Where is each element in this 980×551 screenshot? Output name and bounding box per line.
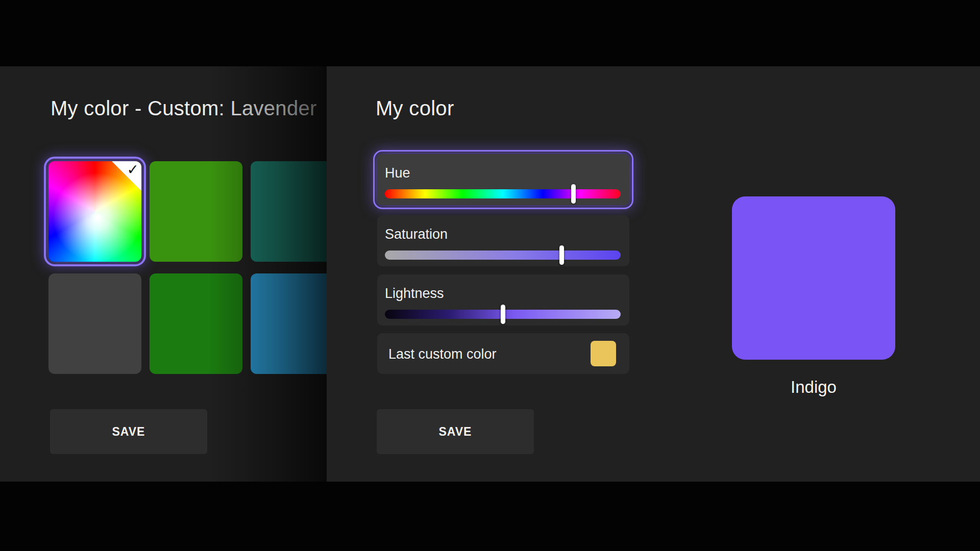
page-title-dialog: My color — [376, 97, 454, 120]
swatch-blue[interactable] — [251, 273, 327, 374]
hue-track[interactable] — [385, 189, 621, 198]
last-custom-color-row[interactable]: Last custom color — [377, 333, 629, 374]
content-band: My color - Custom: Lavender ✓ SAVE My co… — [0, 66, 980, 482]
lightness-thumb[interactable] — [501, 305, 505, 324]
preview-color-name: Indigo — [732, 378, 895, 397]
page-title-left: My color - Custom: Lavender — [51, 97, 317, 120]
saturation-track[interactable] — [385, 251, 621, 260]
screen: My color - Custom: Lavender ✓ SAVE My co… — [0, 0, 980, 551]
swatch-dark-gray[interactable] — [48, 273, 141, 374]
lightness-slider[interactable]: Lightness — [377, 274, 629, 325]
lightness-track[interactable] — [385, 310, 621, 319]
lightness-label: Lightness — [385, 286, 444, 302]
saturation-slider[interactable]: Saturation — [377, 215, 629, 266]
hue-thumb[interactable] — [571, 184, 576, 204]
save-button-left[interactable]: SAVE — [50, 409, 207, 454]
last-custom-color-swatch — [591, 341, 616, 366]
save-button-dialog[interactable]: SAVE — [377, 409, 534, 454]
swatch-green[interactable] — [150, 161, 242, 262]
color-dialog-panel: My color Hue Saturation Lightness — [327, 66, 980, 482]
check-icon: ✓ — [127, 161, 139, 178]
swatch-teal[interactable] — [251, 161, 327, 262]
saturation-label: Saturation — [385, 227, 448, 242]
hue-slider[interactable]: Hue — [377, 154, 629, 205]
color-preview — [732, 196, 895, 360]
hue-label: Hue — [385, 165, 410, 181]
swatch-dark-green[interactable] — [150, 273, 242, 374]
swatch-custom-spectrum[interactable]: ✓ — [48, 161, 141, 262]
left-panel: My color - Custom: Lavender ✓ SAVE — [0, 66, 327, 482]
selected-corner: ✓ — [112, 161, 141, 191]
last-custom-color-label: Last custom color — [388, 346, 497, 362]
saturation-thumb[interactable] — [559, 245, 564, 265]
